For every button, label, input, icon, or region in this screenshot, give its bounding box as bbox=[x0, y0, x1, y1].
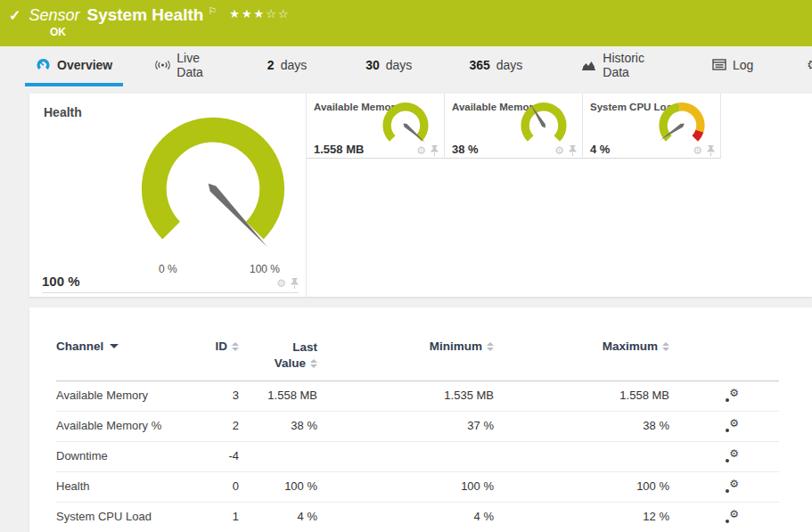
tab-30-days[interactable]: 30 days bbox=[355, 46, 422, 86]
channel-id: -4 bbox=[194, 442, 239, 471]
sensor-title: System Health bbox=[86, 5, 203, 25]
sensor-status-text: OK bbox=[50, 26, 66, 38]
gauge-icon bbox=[36, 58, 51, 71]
column-header-maximum[interactable]: Maximum bbox=[494, 340, 669, 353]
sensor-type-label: Sensor bbox=[29, 6, 79, 25]
tab-label: Live Data bbox=[176, 51, 203, 79]
broadcast-icon bbox=[155, 59, 170, 71]
channel-last-value: 100 % bbox=[239, 472, 317, 502]
status-ok-check-icon: ✓ bbox=[9, 7, 21, 24]
table-row-available-memory-pct[interactable]: Available Memory % 2 38 % 37 % 38 % ⚙ bbox=[56, 412, 779, 442]
tab-number: 2 bbox=[267, 58, 275, 72]
health-gauge-tile: Health 0 % 100 % 100 % ⚙ bbox=[29, 94, 307, 297]
channel-minimum: 4 % bbox=[317, 503, 494, 532]
tab-label: days bbox=[386, 58, 413, 72]
channel-name[interactable]: Available Memory bbox=[56, 381, 194, 411]
sort-icon bbox=[487, 342, 494, 351]
priority-stars[interactable]: ★★★☆☆ bbox=[229, 7, 290, 20]
tab-label: Overview bbox=[57, 58, 112, 72]
log-icon bbox=[712, 59, 726, 70]
area-chart-icon bbox=[581, 59, 596, 71]
channel-maximum: 12 % bbox=[494, 503, 669, 532]
channel-maximum bbox=[494, 442, 669, 471]
flag-icon[interactable]: ⚐ bbox=[208, 5, 217, 17]
column-header-last-value[interactable]: Last Value bbox=[239, 340, 317, 372]
channel-minimum bbox=[317, 442, 494, 471]
tab-live-data[interactable]: Live Data bbox=[144, 46, 214, 86]
column-header-id[interactable]: ID bbox=[194, 340, 239, 353]
gear-icon: ⚙ bbox=[807, 58, 812, 71]
channel-last-value: 4 % bbox=[239, 503, 317, 532]
available-memory-value: 1.558 MB bbox=[314, 143, 364, 156]
channel-last-value bbox=[239, 442, 317, 471]
tab-label: days bbox=[281, 58, 308, 72]
channel-name[interactable]: Downtime bbox=[56, 442, 194, 471]
table-row-downtime[interactable]: Downtime -4 ⚙ bbox=[56, 442, 779, 472]
sensor-tab-bar: Overview Live Data 2 days 30 days 365 da… bbox=[0, 46, 812, 86]
column-header-channel[interactable]: Channel bbox=[56, 340, 194, 353]
gauge-settings-gear-icon[interactable]: ⚙ bbox=[554, 145, 564, 156]
channel-table-header: Channel ID Last Value Minimum Maximum bbox=[56, 340, 779, 381]
channel-id: 2 bbox=[194, 412, 239, 441]
channel-id: 3 bbox=[194, 381, 239, 411]
table-row-system-cpu-load[interactable]: System CPU Load 1 4 % 4 % 12 % ⚙ bbox=[56, 503, 779, 532]
channel-table-panel: Channel ID Last Value Minimum Maximum Av… bbox=[29, 307, 812, 532]
sort-icon bbox=[232, 342, 239, 351]
system-cpu-load-gauge-tile: System CPU Load 4 % ⚙ bbox=[583, 94, 721, 159]
channel-settings-icon[interactable]: ⚙ bbox=[725, 480, 739, 494]
channel-settings-icon[interactable]: ⚙ bbox=[725, 511, 739, 524]
gauge-settings-gear-icon[interactable]: ⚙ bbox=[693, 145, 702, 156]
pin-icon[interactable] bbox=[569, 145, 577, 156]
channel-settings-icon[interactable]: ⚙ bbox=[725, 389, 739, 403]
channel-maximum: 38 % bbox=[494, 412, 669, 441]
channel-id: 1 bbox=[194, 503, 239, 532]
sort-icon bbox=[662, 342, 669, 351]
column-header-minimum[interactable]: Minimum bbox=[317, 340, 494, 353]
tab-overview[interactable]: Overview bbox=[25, 46, 123, 86]
system-cpu-load-value: 4 % bbox=[590, 143, 610, 156]
channel-name[interactable]: System CPU Load bbox=[56, 503, 194, 532]
gauge-title: Health bbox=[44, 105, 82, 119]
tab-label: days bbox=[496, 58, 523, 72]
channel-maximum: 100 % bbox=[494, 472, 669, 502]
table-row-health[interactable]: Health 0 100 % 100 % 100 % ⚙ bbox=[56, 472, 779, 503]
gauge-settings-gear-icon[interactable]: ⚙ bbox=[416, 145, 426, 156]
channel-minimum: 100 % bbox=[317, 472, 494, 502]
health-gauge bbox=[135, 111, 291, 252]
table-row-available-memory[interactable]: Available Memory 3 1.558 MB 1.535 MB 1.5… bbox=[56, 381, 779, 412]
gauge-settings-gear-icon[interactable]: ⚙ bbox=[276, 278, 286, 289]
channel-name[interactable]: Available Memory % bbox=[56, 412, 194, 441]
pin-icon[interactable] bbox=[291, 278, 299, 289]
tab-log[interactable]: Log bbox=[701, 46, 764, 86]
health-current-value: 100 % bbox=[42, 274, 80, 289]
tab-label: Historic Data bbox=[603, 51, 644, 79]
channel-last-value: 38 % bbox=[239, 412, 317, 441]
channel-minimum: 37 % bbox=[317, 412, 494, 441]
available-memory-pct-gauge-tile: Available Memory % 38 % ⚙ bbox=[445, 94, 583, 159]
channel-minimum: 1.535 MB bbox=[317, 381, 494, 411]
available-memory-gauge-tile: Available Memory 1.558 MB ⚙ bbox=[307, 94, 445, 159]
tab-365-days[interactable]: 365 days bbox=[458, 46, 533, 86]
channel-name[interactable]: Health bbox=[56, 472, 194, 502]
channel-settings-icon[interactable]: ⚙ bbox=[725, 450, 739, 463]
sort-icon bbox=[310, 359, 317, 368]
tab-historic-data[interactable]: Historic Data bbox=[570, 46, 655, 86]
pin-icon[interactable] bbox=[431, 145, 439, 156]
tab-number: 365 bbox=[469, 58, 489, 72]
channel-id: 0 bbox=[194, 472, 239, 502]
tab-number: 30 bbox=[365, 58, 380, 72]
pin-icon[interactable] bbox=[707, 145, 715, 156]
channel-maximum: 1.558 MB bbox=[494, 381, 669, 411]
channel-last-value: 1.558 MB bbox=[239, 381, 317, 411]
tab-settings[interactable]: ⚙ Settings bbox=[796, 46, 812, 86]
available-memory-pct-value: 38 % bbox=[452, 143, 479, 156]
chevron-down-icon bbox=[110, 344, 119, 348]
tab-2-days[interactable]: 2 days bbox=[257, 46, 317, 86]
overview-gauges-panel: Health 0 % 100 % 100 % ⚙ Available Memor… bbox=[29, 94, 812, 297]
sensor-status-header: ✓ Sensor System Health ⚐ ★★★☆☆ OK bbox=[0, 0, 812, 46]
tab-label: Log bbox=[733, 58, 753, 72]
channel-settings-icon[interactable]: ⚙ bbox=[725, 420, 739, 433]
